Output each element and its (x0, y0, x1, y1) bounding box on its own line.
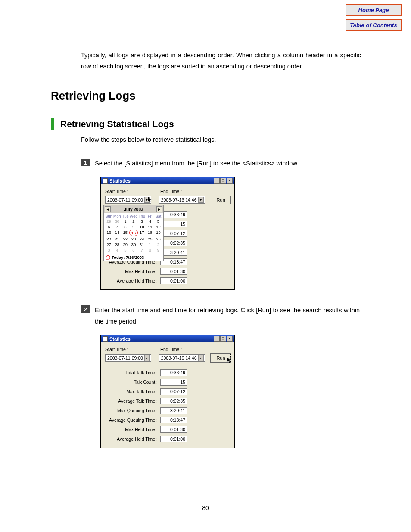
calendar-day-cell[interactable]: 6 (129, 247, 137, 253)
stat-label-max-talk: Max Talk Time : (105, 389, 160, 394)
heading-retrieving-statistical-logs: Retrieving Statistical Logs (60, 119, 174, 129)
stat-value-avg-held: 0:01:00 (160, 277, 187, 284)
end-time-value: 2003-07-16 14:46 (161, 197, 197, 202)
calendar-day-cell[interactable]: 30 (129, 242, 137, 247)
start-time-combo[interactable]: 2003-07-11 09:00 ▾ (105, 354, 151, 362)
calendar-day-cell[interactable]: 31 (138, 242, 146, 247)
chevron-down-icon[interactable]: ▾ (198, 197, 204, 203)
stat-value-avg-talk: 0:02:35 (160, 240, 187, 246)
start-time-label: Start Time : (105, 347, 160, 352)
stat-value-max-talk: 0:07:12 (160, 388, 187, 395)
end-time-combo[interactable]: 2003-07-16 14:46 ▾ (159, 354, 205, 362)
calendar-today-row[interactable]: ◯ Today: 7/16/2003 (104, 254, 163, 261)
stat-value-total-talk: 0:38:49 (160, 369, 187, 376)
calendar-day-cell[interactable]: 9 (129, 224, 137, 230)
calendar-day-cell[interactable]: 15 (121, 230, 129, 236)
calendar-day-cell[interactable]: 14 (113, 230, 121, 236)
calendar-day-cell[interactable]: 2 (154, 242, 162, 247)
window-title: Statistics (109, 178, 131, 184)
stat-value-avg-talk: 0:02:35 (160, 398, 187, 404)
calendar-day-cell[interactable]: 28 (113, 242, 121, 247)
calendar-day-cell[interactable]: 23 (129, 236, 137, 242)
calendar-day-cell[interactable]: 21 (113, 236, 121, 242)
window-title: Statistics (109, 336, 131, 342)
calendar-day-header: Sun (105, 214, 113, 218)
calendar-day-cell[interactable]: 22 (121, 236, 129, 242)
nav-table-of-contents[interactable]: Table of Contents (346, 19, 402, 31)
start-time-value: 2003-07-11 09:00 (107, 355, 143, 361)
window-titlebar: Statistics _ □ × (101, 177, 234, 184)
maximize-button[interactable]: □ (220, 178, 226, 184)
calendar-day-cell[interactable]: 2 (129, 218, 137, 224)
intro-paragraph: Typically, all logs are displayed in a d… (81, 50, 361, 72)
calendar-day-cell[interactable]: 12 (154, 224, 162, 230)
minimize-button[interactable]: _ (214, 178, 220, 184)
calendar-day-cell[interactable]: 3 (105, 247, 113, 253)
close-button[interactable]: × (227, 336, 233, 342)
calendar-day-cell[interactable]: 13 (105, 230, 113, 236)
calendar-day-cell[interactable]: 7 (138, 247, 146, 253)
calendar-grid[interactable]: SunMonTueWedThuFriSat2930123456789101112… (104, 213, 163, 254)
calendar-day-cell[interactable]: 19 (154, 230, 162, 236)
maximize-button[interactable]: □ (220, 336, 226, 342)
chevron-down-icon[interactable]: ▾ (144, 355, 150, 361)
calendar-day-cell[interactable]: 25 (146, 236, 154, 242)
calendar-day-cell[interactable]: 1 (146, 242, 154, 247)
stat-value-avg-queue: 0:13:47 (160, 417, 187, 423)
calendar-day-cell[interactable]: 17 (138, 230, 146, 236)
calendar-day-header: Fri (146, 214, 154, 218)
calendar-day-cell[interactable]: 11 (146, 224, 154, 230)
stat-value-max-queue: 3:20:41 (160, 407, 187, 414)
window-icon (103, 178, 108, 184)
calendar-day-cell[interactable]: 5 (121, 247, 129, 253)
calendar-day-cell[interactable]: 16 (129, 230, 137, 236)
calendar-day-cell[interactable]: 4 (113, 247, 121, 253)
stat-value-total-talk: 0:38:49 (160, 211, 187, 218)
run-button[interactable]: Run (211, 196, 231, 204)
chevron-down-icon[interactable]: ▾ (144, 197, 150, 203)
calendar-day-cell[interactable]: 1 (121, 218, 129, 224)
minimize-button[interactable]: _ (214, 336, 220, 342)
step-1: 1 Select the [Statistics] menu from the … (81, 158, 361, 169)
close-button[interactable]: × (227, 178, 233, 184)
calendar-day-cell[interactable]: 7 (113, 224, 121, 230)
statistics-window-2: Statistics _ □ × Start Time : End Time :… (100, 335, 235, 448)
calendar-day-header: Mon (113, 214, 121, 218)
calendar-prev-button[interactable]: ◂ (105, 206, 111, 212)
calendar-day-cell[interactable]: 29 (105, 218, 113, 224)
chevron-down-icon[interactable]: ▾ (198, 355, 204, 361)
stat-value-avg-held: 0:01:00 (160, 436, 187, 442)
run-button[interactable]: Run (211, 354, 231, 362)
calendar-day-cell[interactable]: 8 (146, 247, 154, 253)
stat-label-max-held: Max Held Time : (105, 427, 160, 432)
calendar-day-cell[interactable]: 6 (105, 224, 113, 230)
stat-value-talk-count: 15 (160, 379, 187, 386)
calendar-popup[interactable]: ◂ July 2003 ▸ SunMonTueWedThuFriSat29301… (103, 205, 164, 261)
stat-value-max-talk: 0:07:12 (160, 230, 187, 237)
calendar-day-cell[interactable]: 27 (105, 242, 113, 247)
calendar-day-cell[interactable]: 8 (121, 224, 129, 230)
calendar-day-cell[interactable]: 3 (138, 218, 146, 224)
calendar-day-cell[interactable]: 5 (154, 218, 162, 224)
calendar-day-header: Sat (154, 214, 162, 218)
statistics-window-1: Statistics _ □ × Start Time : End Time :… (100, 177, 235, 290)
start-time-combo[interactable]: 2003-07-11 09:00 ▾ (105, 196, 151, 204)
calendar-day-cell[interactable]: 18 (146, 230, 154, 236)
calendar-day-cell[interactable]: 30 (113, 218, 121, 224)
calendar-day-cell[interactable]: 24 (138, 236, 146, 242)
nav-home-page[interactable]: Home Page (346, 4, 402, 16)
end-time-value: 2003-07-16 14:46 (161, 355, 197, 361)
calendar-day-cell[interactable]: 10 (138, 224, 146, 230)
calendar-day-cell[interactable]: 9 (154, 247, 162, 253)
calendar-day-header: Wed (129, 214, 137, 218)
step-2-number: 2 (81, 305, 90, 313)
start-time-label: Start Time : (105, 189, 160, 194)
calendar-next-button[interactable]: ▸ (156, 206, 162, 212)
heading-retrieving-logs: Retrieving Logs (51, 89, 361, 103)
calendar-title: July 2003 (124, 207, 143, 212)
calendar-day-cell[interactable]: 29 (121, 242, 129, 247)
end-time-combo[interactable]: 2003-07-16 14:46 ▾ (159, 196, 205, 204)
calendar-day-cell[interactable]: 26 (154, 236, 162, 242)
calendar-day-cell[interactable]: 20 (105, 236, 113, 242)
calendar-day-cell[interactable]: 4 (146, 218, 154, 224)
